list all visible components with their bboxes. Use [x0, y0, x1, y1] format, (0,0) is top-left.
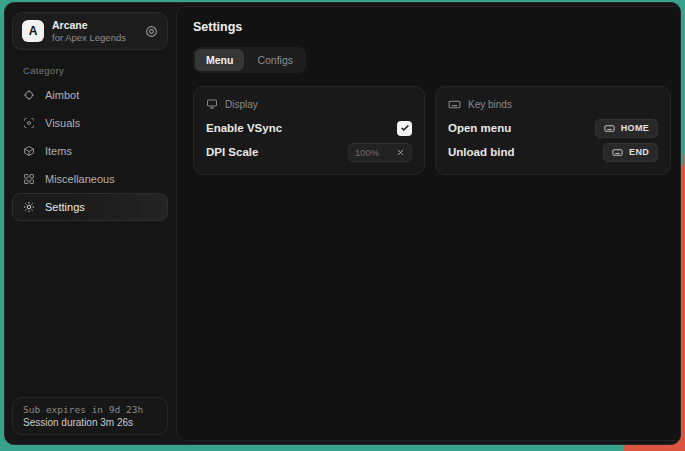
main-panel: Settings Menu Configs Display	[176, 6, 681, 441]
keyboard-icon	[604, 123, 615, 134]
unload-bind-key: END	[629, 147, 649, 157]
sidebar-item-visuals[interactable]: Visuals	[12, 109, 168, 137]
subscription-status-card: Sub expires in 9d 23h Session duration 3…	[12, 397, 168, 435]
unload-bind-label: Unload bind	[448, 146, 514, 158]
tab-menu[interactable]: Menu	[195, 49, 244, 71]
sidebar-item-label: Miscellaneous	[45, 173, 115, 185]
open-menu-row: Open menu HOME	[448, 116, 658, 140]
tab-configs[interactable]: Configs	[246, 49, 304, 71]
dpi-scale-row: DPI Scale 100%	[206, 140, 412, 164]
monitor-icon	[206, 98, 218, 110]
app-title-block: Arcane for Apex Legends	[52, 19, 126, 44]
sidebar-item-settings[interactable]: Settings	[12, 193, 168, 221]
unload-bind-row: Unload bind END	[448, 140, 658, 164]
package-icon	[23, 145, 35, 157]
app-name: Arcane	[52, 19, 126, 32]
sidebar-item-label: Settings	[45, 201, 85, 213]
crosshair-icon	[23, 89, 35, 101]
sidebar-item-label: Aimbot	[45, 89, 79, 101]
open-menu-keybind-button[interactable]: HOME	[595, 119, 658, 138]
vsync-checkbox[interactable]	[397, 121, 412, 136]
sidebar-item-aimbot[interactable]: Aimbot	[12, 81, 168, 109]
dpi-scale-input[interactable]: 100%	[348, 143, 412, 162]
arcane-app-window: A Arcane for Apex Legends Category	[4, 2, 681, 445]
checkmark-icon	[400, 123, 410, 133]
target-icon[interactable]	[145, 25, 158, 38]
keybinds-card: Key binds Open menu HOME	[435, 86, 671, 175]
x-icon[interactable]	[396, 148, 405, 157]
settings-tabs: Menu Configs	[193, 47, 306, 73]
dpi-scale-value: 100%	[355, 147, 379, 158]
desktop-background: A Arcane for Apex Legends Category	[0, 0, 685, 451]
settings-cards-row: Display Enable VSync DPI Scale	[193, 86, 671, 175]
keyboard-icon	[612, 147, 623, 158]
keyboard-icon	[448, 98, 461, 111]
app-header-card: A Arcane for Apex Legends	[12, 12, 168, 50]
open-menu-key: HOME	[621, 123, 649, 133]
grid-icon	[23, 173, 35, 185]
category-label: Category	[23, 65, 168, 76]
sub-expires-text: Sub expires in 9d 23h	[23, 404, 157, 415]
gear-icon	[23, 201, 35, 213]
app-subtitle: for Apex Legends	[52, 32, 126, 44]
display-card: Display Enable VSync DPI Scale	[193, 86, 425, 175]
sidebar-item-label: Items	[45, 145, 72, 157]
unload-bind-keybind-button[interactable]: END	[603, 143, 658, 162]
sidebar-nav: Aimbot Visuals I	[12, 81, 168, 221]
page-title: Settings	[193, 20, 671, 34]
sidebar-item-miscellaneous[interactable]: Miscellaneous	[12, 165, 168, 193]
enable-vsync-label: Enable VSync	[206, 122, 282, 134]
sidebar-item-label: Visuals	[45, 117, 80, 129]
display-card-title: Display	[225, 99, 258, 110]
sidebar: A Arcane for Apex Legends Category	[5, 3, 175, 444]
enable-vsync-row: Enable VSync	[206, 116, 412, 140]
dpi-scale-label: DPI Scale	[206, 146, 258, 158]
scan-eye-icon	[23, 117, 35, 129]
app-logo: A	[22, 20, 44, 42]
keybinds-card-title: Key binds	[468, 99, 512, 110]
sidebar-item-items[interactable]: Items	[12, 137, 168, 165]
session-duration-text: Session duration 3m 26s	[23, 417, 157, 428]
display-card-header: Display	[206, 96, 412, 112]
keybinds-card-header: Key binds	[448, 96, 658, 112]
open-menu-label: Open menu	[448, 122, 511, 134]
